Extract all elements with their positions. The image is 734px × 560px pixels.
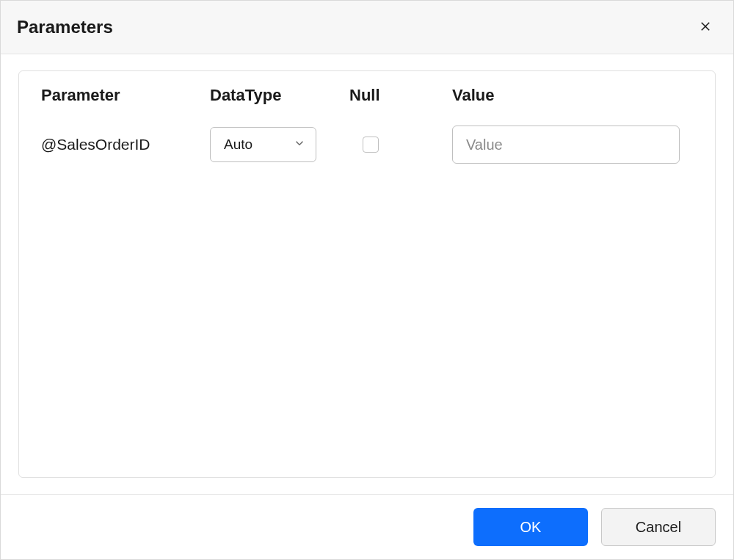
close-button[interactable]: [694, 15, 717, 39]
datatype-cell: Auto: [210, 127, 349, 162]
column-header-value: Value: [452, 86, 693, 105]
value-input[interactable]: [452, 126, 680, 164]
parameters-panel: Parameter DataType Null Value @SalesOrde…: [18, 70, 716, 478]
value-cell: [452, 126, 693, 164]
column-header-parameter: Parameter: [41, 86, 210, 105]
dialog-title: Parameters: [17, 17, 113, 37]
datatype-select-wrap: Auto: [210, 127, 316, 162]
grid-header: Parameter DataType Null Value: [41, 86, 693, 105]
datatype-select-value: Auto: [224, 137, 252, 153]
cancel-button[interactable]: Cancel: [601, 508, 716, 546]
column-header-null: Null: [349, 86, 452, 105]
ok-button[interactable]: OK: [473, 508, 588, 546]
dialog-header: Parameters: [1, 1, 733, 54]
dialog-footer: OK Cancel: [1, 494, 733, 559]
column-header-datatype: DataType: [210, 86, 349, 105]
parameter-name: @SalesOrderID: [41, 136, 210, 153]
parameter-row: @SalesOrderID Auto: [41, 126, 693, 164]
dialog-body: Parameter DataType Null Value @SalesOrde…: [1, 54, 733, 494]
null-cell: [349, 137, 452, 153]
datatype-select[interactable]: Auto: [210, 127, 316, 162]
parameters-dialog: Parameters Parameter DataType Null Value…: [0, 0, 734, 560]
close-icon: [699, 20, 712, 35]
null-checkbox[interactable]: [363, 137, 379, 153]
